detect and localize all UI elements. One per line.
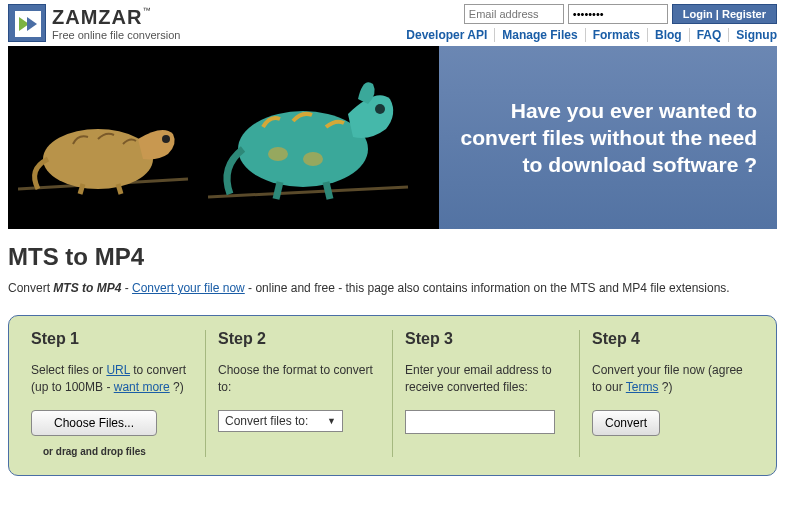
brand-tagline: Free online file conversion	[52, 29, 180, 41]
step-4: Step 4 Convert your file now (agree to o…	[580, 330, 766, 457]
hero-banner: Have you ever wanted to convert files wi…	[8, 46, 777, 229]
hero-headline: Have you ever wanted to convert files wi…	[459, 97, 757, 179]
svg-line-11	[276, 182, 280, 199]
svg-line-6	[208, 187, 408, 197]
format-select[interactable]: Convert files to: ▼	[218, 410, 343, 432]
step1-text: Select files or URL to convert (up to 10…	[31, 362, 193, 396]
svg-point-7	[238, 111, 368, 187]
top-nav: Developer API Manage Files Formats Blog …	[399, 28, 777, 42]
step4-heading: Step 4	[592, 330, 754, 348]
convert-now-link[interactable]: Convert your file now	[132, 281, 245, 295]
svg-point-9	[268, 147, 288, 161]
svg-point-3	[162, 135, 170, 143]
want-more-link[interactable]: want more	[114, 380, 170, 394]
choose-files-button[interactable]: Choose Files...	[31, 410, 157, 436]
step2-text: Choose the format to convert to:	[218, 362, 380, 396]
nav-formats[interactable]: Formats	[586, 28, 648, 42]
sub-bold: MTS to MP4	[53, 281, 121, 295]
step-2: Step 2 Choose the format to convert to: …	[206, 330, 393, 457]
sub-prefix: Convert	[8, 281, 53, 295]
email-input[interactable]	[405, 410, 555, 434]
brand-tm: ™	[142, 6, 150, 15]
nav-signup[interactable]: Signup	[729, 28, 777, 42]
chameleon-right-icon	[208, 49, 428, 224]
subtitle: Convert MTS to MP4 - Convert your file n…	[8, 281, 777, 295]
nav-manage-files[interactable]: Manage Files	[495, 28, 585, 42]
step4-text: Convert your file now (agree to our Term…	[592, 362, 754, 396]
svg-line-4	[80, 184, 83, 194]
step-1: Step 1 Select files or URL to convert (u…	[19, 330, 206, 457]
step-3: Step 3 Enter your email address to recei…	[393, 330, 580, 457]
step3-text: Enter your email address to receive conv…	[405, 362, 567, 396]
format-select-label: Convert files to:	[225, 414, 308, 428]
chevron-down-icon: ▼	[327, 416, 336, 426]
nav-faq[interactable]: FAQ	[690, 28, 730, 42]
hero-image	[8, 46, 439, 229]
svg-line-5	[118, 184, 121, 194]
sub-rest: - online and free - this page also conta…	[245, 281, 730, 295]
steps-box: Step 1 Select files or URL to convert (u…	[8, 315, 777, 476]
logo-area[interactable]: ZAMZAR™ Free online file conversion	[8, 4, 180, 42]
login-register-button[interactable]: Login | Register	[672, 4, 777, 24]
chameleon-left-icon	[18, 89, 208, 219]
step2-heading: Step 2	[218, 330, 380, 348]
nav-blog[interactable]: Blog	[648, 28, 690, 42]
email-field[interactable]	[464, 4, 564, 24]
svg-point-10	[303, 152, 323, 166]
password-field[interactable]	[568, 4, 668, 24]
svg-line-12	[326, 182, 330, 199]
convert-button[interactable]: Convert	[592, 410, 660, 436]
logo-icon	[8, 4, 46, 42]
drag-drop-text: or drag and drop files	[43, 446, 193, 457]
step1-heading: Step 1	[31, 330, 193, 348]
sub-dash1: -	[121, 281, 132, 295]
url-link[interactable]: URL	[106, 363, 130, 377]
nav-developer-api[interactable]: Developer API	[399, 28, 495, 42]
terms-link[interactable]: Terms	[626, 380, 659, 394]
svg-point-8	[375, 104, 385, 114]
step3-heading: Step 3	[405, 330, 567, 348]
brand-name: ZAMZAR	[52, 6, 142, 28]
page-title: MTS to MP4	[8, 243, 777, 271]
